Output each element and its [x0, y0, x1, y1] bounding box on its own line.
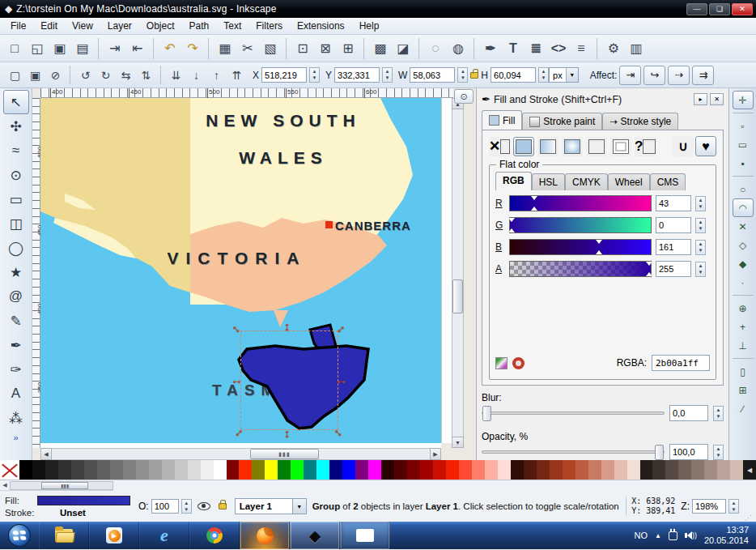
blur-slider[interactable] [482, 411, 665, 415]
scroll-right-icon[interactable]: ▶ [430, 448, 441, 460]
import-button[interactable]: ⇥ [104, 38, 126, 59]
palette-swatch[interactable] [381, 460, 394, 480]
create-clone-button[interactable]: ◪ [392, 38, 414, 59]
document-properties-button[interactable]: ▥ [625, 38, 648, 59]
raise-to-top-button[interactable]: ⇈ [227, 66, 247, 84]
palette-swatch[interactable] [601, 460, 614, 480]
lock-ratio-icon[interactable] [470, 72, 478, 79]
palette-swatch-none[interactable] [0, 460, 19, 480]
paint-linear-gradient-button[interactable] [537, 137, 559, 156]
horizontal-scroll-thumb[interactable]: ▮▮▮ [250, 449, 319, 459]
xml-editor-button[interactable]: <> [547, 38, 570, 59]
taskbar-media-player-button[interactable]: ▶ [89, 522, 139, 549]
zoom-spinner[interactable]: ▲▼ [728, 499, 739, 514]
Text[interactable]: Text [216, 19, 248, 33]
vertical-scrollbar[interactable]: ▲ ▼ [452, 98, 464, 448]
zoom-selection-button[interactable]: ⊡ [291, 38, 314, 59]
flip-vertical-button[interactable]: ⇅ [136, 66, 156, 84]
channel-b-spinner[interactable]: ▲▼ [695, 240, 706, 255]
taskbar-photo-viewer-button[interactable] [340, 522, 390, 549]
palette-scroll-icon[interactable]: ◀ [743, 460, 756, 480]
palette-swatch[interactable] [498, 460, 511, 480]
Filters[interactable]: Filters [248, 19, 290, 33]
palette-swatch[interactable] [32, 460, 45, 480]
channel-b-slider[interactable] [509, 239, 652, 255]
snap-page-border-button[interactable]: ▯ [733, 362, 754, 381]
palette-swatch[interactable] [316, 460, 329, 480]
palette-swatch[interactable] [420, 460, 433, 480]
palette-swatch[interactable] [730, 460, 743, 480]
palette-swatch[interactable] [691, 460, 704, 480]
palette-swatch[interactable] [433, 460, 446, 480]
paste-button[interactable]: ▧ [259, 38, 282, 59]
opacity-input[interactable] [669, 444, 708, 460]
dialog-close-button[interactable]: ✕ [710, 93, 724, 105]
snap-path-intersections-button[interactable]: ✕ [733, 217, 754, 236]
horizontal-ruler[interactable]: 400 450 500 550 600 [40, 88, 453, 98]
layer-lock-icon[interactable] [219, 503, 227, 509]
tab-stroke-paint[interactable]: Stroke paint [522, 113, 602, 130]
zoom-drawing-button[interactable]: ⊠ [314, 38, 337, 59]
Extensions[interactable]: Extensions [290, 19, 352, 33]
opacity-spinner[interactable]: ▲▼ [713, 445, 724, 460]
print-document-button[interactable]: ▤ [71, 38, 94, 59]
duplicate-button[interactable]: ▩ [369, 38, 392, 59]
tab-stroke-style[interactable]: ⇢Stroke style [602, 113, 678, 130]
taskbar-firefox-button[interactable] [240, 522, 290, 549]
channel-g-slider[interactable] [509, 217, 652, 233]
close-button[interactable]: ✕ [732, 3, 753, 15]
rgba-input[interactable] [652, 355, 710, 371]
select-all-button[interactable]: ▢ [5, 66, 25, 84]
stroke-value[interactable]: Unset [37, 508, 133, 518]
opacity-status-spinner[interactable]: ▲▼ [181, 499, 192, 514]
channel-a-spinner[interactable]: ▲▼ [695, 262, 706, 277]
palette-swatch[interactable] [136, 460, 149, 480]
spray-tool[interactable]: ⁂ [3, 406, 29, 430]
taskbar-inkscape-button[interactable]: ◆ [290, 522, 340, 549]
canvas[interactable]: NEW SOUTH WALES VICTORIA CANBERRA TASMAN… [40, 98, 441, 443]
tray-expand-icon[interactable]: ▲ [655, 532, 661, 539]
tab-fill[interactable]: Fill [482, 110, 522, 130]
rotate-ccw-button[interactable]: ↺ [75, 66, 96, 84]
CMS[interactable]: CMS [650, 173, 686, 190]
layers-dialog-button[interactable]: ≣ [525, 38, 547, 59]
Wheel[interactable]: Wheel [608, 173, 650, 190]
pen-tool[interactable]: ✒ [3, 333, 29, 357]
palette-swatch[interactable] [45, 460, 58, 480]
tweak-tool[interactable]: ≈ [3, 139, 29, 163]
palette-swatch[interactable] [239, 460, 252, 480]
palette-scroll-thumb[interactable]: ▮▮▮ [41, 482, 88, 489]
find-replace-button[interactable]: ◍ [447, 38, 469, 59]
snap-cusp-nodes-button[interactable]: ◇ [733, 236, 754, 254]
scale-handle-s[interactable]: ↕ [284, 428, 291, 438]
snap-paths-button[interactable]: ◠ [733, 198, 754, 217]
palette-swatch[interactable] [394, 460, 407, 480]
Edit[interactable]: Edit [33, 19, 65, 33]
ellipse-tool[interactable]: ◯ [3, 236, 29, 260]
palette-swatch[interactable] [407, 460, 420, 480]
snap-enable-button[interactable]: ✛ [733, 91, 754, 109]
taskbar-explorer-button[interactable] [39, 522, 89, 549]
save-document-button[interactable]: ▣ [49, 38, 71, 59]
maximize-button[interactable]: ❏ [709, 3, 730, 15]
fill-rule-evenodd-button[interactable]: ∪ [673, 136, 694, 156]
select-all-layers-button[interactable]: ▣ [25, 66, 45, 84]
channel-b-input[interactable] [656, 239, 691, 255]
palette-swatch[interactable] [368, 460, 381, 480]
channel-r-spinner[interactable]: ▲▼ [695, 196, 706, 211]
star-tool[interactable]: ★ [3, 260, 29, 284]
fill-color-swatch[interactable] [37, 496, 130, 505]
Layer[interactable]: Layer [100, 19, 139, 33]
palette-swatch[interactable] [342, 460, 355, 480]
channel-r-input[interactable] [656, 195, 691, 211]
scroll-down-icon[interactable]: ▼ [452, 437, 464, 448]
palette-swatch[interactable] [627, 460, 640, 480]
redo-button[interactable]: ↷ [181, 38, 204, 59]
palette-swatch[interactable] [524, 460, 537, 480]
blur-spinner[interactable]: ▲▼ [713, 406, 724, 421]
palette-swatch[interactable] [355, 460, 368, 480]
channel-r-slider[interactable] [509, 195, 652, 211]
palette-swatch[interactable] [123, 460, 136, 480]
palette-swatch[interactable] [459, 460, 472, 480]
snap-midpoints-button[interactable]: ∙ [733, 273, 754, 292]
